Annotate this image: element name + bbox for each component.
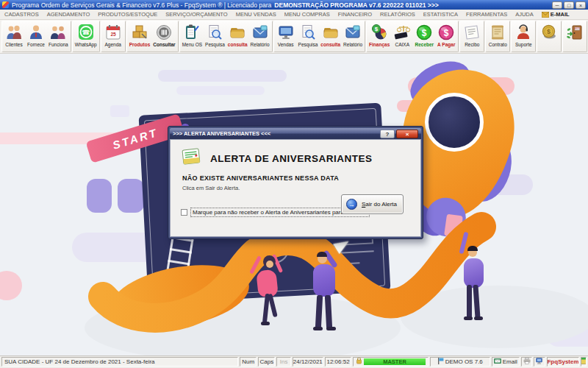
svg-text:25: 25 [110,32,116,37]
maximize-button[interactable]: □ [564,1,574,9]
menu-menu-vendas[interactable]: MENU VENDAS [236,11,276,18]
toolbar-group-people: Clientes Fornece Funciona [1,21,71,52]
clipboard-icon [182,23,201,42]
status-time: 12:06:52 [325,357,351,367]
alert-dialog: >>> ALERTA ANIVERSARIANTES <<< ? × [168,126,423,239]
toolbar-group-agenda: 25 Agenda [101,21,126,52]
flag-icon [437,358,444,367]
menu-ajuda[interactable]: AJUDA [515,11,534,18]
svg-text:EXIT: EXIT [575,27,580,30]
svg-text:$: $ [422,28,427,38]
mail-report-icon [343,23,362,42]
suporte-button[interactable]: Suporte [512,22,534,49]
status-location: SUA CIDADE - UF 24 de Dezembro de 2021 -… [1,357,238,367]
os-relatorio-button[interactable]: Relatório [249,22,271,49]
window-title-license: DEMONSTRAÇÃO PROGRAMA v7.6 220222 011021… [274,1,438,9]
toolbar-group-recibo: Recibo [459,21,484,52]
menubar: CADASTROS AGENDAMENTO PRODUTOS/ESTOQUE S… [0,10,588,20]
vendas-consulta-button[interactable]: consulta [319,22,342,49]
menu-estatistica[interactable]: ESTATISTICA [423,11,458,18]
menu-relatorios[interactable]: RELATÓRIOS [380,11,415,18]
toolbar-group-whatsapp: ☎ WhatsApp [72,21,100,52]
menu-produtos-estoque[interactable]: PRODUTOS/ESTOQUE [98,11,157,18]
finance-pie-icon: $ [370,23,389,42]
toolbar-group-contrato: Contrato [485,21,510,52]
sair-do-alerta-button[interactable]: → Sair do Alerta [341,194,404,214]
status-calendar [581,357,587,367]
toolbar-group-coin: $ [537,21,562,52]
coin-button[interactable]: $ [538,22,560,43]
agenda-button[interactable]: 25 Agenda [102,22,124,49]
cash-scale-icon [392,23,412,42]
svg-text:$: $ [444,28,449,38]
receber-button[interactable]: $ Receber [413,22,435,49]
alert-dialog-title: >>> ALERTA ANIVERSARIANTES <<< [173,130,270,137]
status-network[interactable] [534,357,545,367]
menu-cadastros[interactable]: CADASTROS [4,11,39,18]
fornece-button[interactable]: Fornece [25,22,47,49]
vendas-pesquisa-button[interactable]: Pesquisa [297,22,320,49]
app-icon [2,1,9,8]
alert-dialog-body: ALERTA DE ANIVERSARIANTES NÃO EXISTE ANI… [170,139,421,237]
birthday-calendar-icon [181,147,201,169]
vendas-button[interactable]: Vendas [275,22,297,49]
reaching-man-illustration [450,230,495,333]
support-icon [514,23,533,42]
status-demo: DEMO OS 7.6 [430,357,490,367]
folder-icon [321,23,340,42]
produtos-button[interactable]: Produtos [128,22,152,49]
contrato-button[interactable]: Contrato [487,22,509,49]
menu-email-label: E-MAIL [551,11,570,18]
close-button[interactable]: × [576,1,586,9]
products-icon [130,23,149,42]
main-workspace: START [0,54,588,355]
search-doc-icon [205,23,224,42]
lock-icon [356,357,362,367]
clients-icon [4,23,24,42]
status-user: MASTER [353,357,429,367]
consultar-button[interactable]: Consultar [151,22,176,49]
dialog-help-button[interactable]: ? [380,130,395,138]
dollar-green-icon: $ [415,23,434,42]
menu-servico-orcamento[interactable]: SERVIÇO/ORÇAMENTO [165,11,227,18]
whatsapp-icon: ☎ [76,23,96,42]
toolbar-group-vendas: Vendas Pesquisa consulta Relatório [273,21,366,52]
clientes-button[interactable]: Clientes [3,22,25,49]
alert-dialog-titlebar[interactable]: >>> ALERTA ANIVERSARIANTES <<< ? × [170,128,421,139]
svg-text:$: $ [547,28,551,35]
os-pesquisa-button[interactable]: Pesquisa [204,22,226,49]
menu-email[interactable]: E-MAIL [542,11,570,18]
suppress-alert-checkbox[interactable] [181,209,187,216]
menu-agendamento[interactable]: AGENDAMENTO [47,11,90,18]
caixa-button[interactable]: CAIXA [391,22,413,49]
menu-menu-compras[interactable]: MENU COMPRAS [284,11,330,18]
dialog-close-button[interactable]: × [396,130,418,138]
window-title: Programa Ordem de Serviços Gerais & Fina… [12,1,271,9]
exit-button[interactable]: EXIT [564,22,586,43]
minimize-button[interactable]: ─ [552,1,562,9]
dialog-heading: ALERTA DE ANIVERSARIANTES [210,153,373,164]
whatsapp-button[interactable]: ☎ WhatsApp [74,22,98,49]
a-pagar-button[interactable]: $ A Pagar [435,22,457,49]
status-printer[interactable] [521,357,533,367]
mail-report-icon [251,23,270,42]
os-consulta-button[interactable]: consulta [226,22,249,49]
coin-icon: $ [539,23,559,42]
folder-icon [228,23,247,42]
titlebar: Programa Ordem de Serviços Gerais & Fina… [0,0,588,10]
application-window: Programa Ordem de Serviços Gerais & Fina… [0,0,588,368]
status-email[interactable]: Email [492,357,520,367]
mail-book-icon [494,358,501,367]
employees-icon [49,23,68,42]
menu-os-button[interactable]: Menu OS [181,22,204,49]
printer-icon [523,358,531,367]
mini-calendar-icon [581,357,587,367]
funciona-button[interactable]: Funciona [47,22,70,49]
recibo-button[interactable]: Recibo [461,22,483,49]
financas-button[interactable]: $ Finanças [368,22,391,49]
contract-icon [488,23,507,42]
svg-text:☎: ☎ [82,29,90,36]
menu-ferramentas[interactable]: FERRAMENTAS [466,11,507,18]
vendas-relatorio-button[interactable]: Relatório [342,22,364,49]
menu-financeiro[interactable]: FINANCEIRO [338,11,372,18]
